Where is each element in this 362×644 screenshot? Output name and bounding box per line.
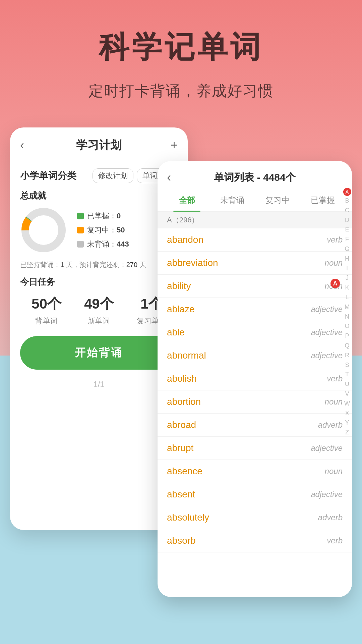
- alpha-d[interactable]: D: [343, 215, 351, 225]
- alpha-f[interactable]: F: [343, 234, 351, 244]
- start-recite-btn[interactable]: 开始背诵: [20, 336, 178, 370]
- alpha-j[interactable]: J: [344, 273, 351, 283]
- task-label-new: 新单词: [88, 316, 110, 326]
- cards-container: ‹ 学习计划 + 小学单词分类 修改计划 单词列表 总成就: [0, 127, 362, 597]
- word-abortion: abortion: [167, 396, 201, 407]
- type-ablaze: adjective: [311, 305, 343, 314]
- alpha-p[interactable]: P: [343, 331, 351, 341]
- alpha-b[interactable]: B: [343, 196, 351, 206]
- type-abolish: verb: [327, 374, 343, 383]
- alpha-o[interactable]: O: [343, 321, 351, 331]
- alpha-h[interactable]: H: [343, 254, 351, 264]
- alpha-badge-a: A: [330, 279, 340, 288]
- left-card-header: ‹ 学习计划 +: [10, 127, 188, 160]
- word-row-abandon[interactable]: abandon verb: [158, 228, 352, 252]
- word-row-abolish[interactable]: abolish verb: [158, 367, 352, 390]
- task-num-total: 50个: [32, 294, 61, 313]
- word-row-ability[interactable]: ability noun A: [158, 275, 352, 298]
- alpha-x[interactable]: X: [343, 409, 351, 418]
- word-absent: absent: [167, 489, 195, 500]
- type-abnormal: adjective: [311, 351, 343, 360]
- svg-point-3: [33, 219, 54, 241]
- section-a-label: A（296）: [158, 212, 352, 228]
- alpha-t[interactable]: T: [343, 370, 351, 379]
- type-absent: adjective: [311, 490, 343, 499]
- word-abbreviation: abbreviation: [167, 258, 218, 268]
- alpha-s[interactable]: S: [343, 360, 351, 370]
- tabs-row: 全部 未背诵 复习中 已掌握: [158, 190, 352, 212]
- word-row-absent[interactable]: absent adjective: [158, 483, 352, 506]
- task-num-new: 49个: [84, 294, 114, 313]
- subtitle: 定时打卡背诵，养成好习惯: [88, 81, 274, 101]
- word-row-absolutely[interactable]: absolutely adverb: [158, 506, 352, 529]
- alpha-i[interactable]: I: [344, 264, 350, 273]
- alpha-w[interactable]: W: [342, 399, 352, 409]
- type-absolutely: adverb: [318, 513, 343, 522]
- task-stat-new: 49个 新单词: [84, 294, 114, 326]
- legend-label-reviewing: 复习中：50: [87, 225, 125, 235]
- alpha-m[interactable]: M: [343, 302, 352, 312]
- right-card-header: ‹ 单词列表 - 4484个: [158, 161, 352, 184]
- alpha-l[interactable]: L: [343, 292, 351, 302]
- alpha-g[interactable]: G: [343, 244, 351, 254]
- back-icon[interactable]: ‹: [20, 138, 34, 152]
- dot-orange: [77, 227, 84, 233]
- alpha-index: A B C D E F G H I J K L M N O P Q R S T …: [342, 188, 352, 437]
- type-abrupt: adjective: [311, 443, 343, 453]
- alpha-r[interactable]: R: [343, 351, 351, 360]
- word-row-abroad[interactable]: abroad adverb: [158, 414, 352, 437]
- right-back-icon[interactable]: ‹: [167, 170, 180, 184]
- dot-green: [77, 213, 84, 219]
- tab-reviewing[interactable]: 复习中: [255, 190, 300, 211]
- alpha-n[interactable]: N: [343, 312, 351, 322]
- section-title: 小学单词分类: [20, 169, 76, 182]
- achieve-label: 总成就: [20, 190, 178, 202]
- alpha-y[interactable]: Y: [343, 418, 351, 428]
- tab-mastered[interactable]: 已掌握: [300, 190, 345, 211]
- word-row-ablaze[interactable]: ablaze adjective: [158, 298, 352, 321]
- word-abrupt: abrupt: [167, 443, 193, 453]
- tab-unlearned[interactable]: 未背诵: [209, 190, 255, 211]
- donut-chart: [20, 207, 67, 254]
- donut-section: 已掌握：0 复习中：50 未背诵：443: [20, 207, 178, 254]
- type-abroad: adverb: [318, 420, 343, 430]
- alpha-e[interactable]: E: [343, 225, 351, 234]
- alpha-a[interactable]: A: [343, 188, 351, 196]
- alpha-z[interactable]: Z: [343, 428, 351, 437]
- word-absence: absence: [167, 466, 202, 477]
- main-title: 科学记单词: [99, 27, 263, 68]
- word-row-abrupt[interactable]: abrupt adjective: [158, 437, 352, 460]
- today-task-title: 今日任务: [20, 276, 178, 288]
- alpha-k[interactable]: K: [343, 283, 351, 292]
- modify-plan-btn[interactable]: 修改计划: [93, 168, 133, 183]
- type-absence: noun: [325, 467, 343, 476]
- word-list: abandon verb abbreviation noun ability n…: [158, 228, 352, 552]
- type-able: adjective: [311, 328, 343, 337]
- word-row-abnormal[interactable]: abnormal adjective: [158, 344, 352, 367]
- legend-item-reviewing: 复习中：50: [77, 225, 129, 235]
- word-row-abbreviation[interactable]: abbreviation noun: [158, 252, 352, 275]
- alpha-v[interactable]: V: [343, 389, 351, 399]
- section-header: 小学单词分类 修改计划 单词列表: [20, 168, 178, 183]
- word-row-absence[interactable]: absence noun: [158, 460, 352, 483]
- word-abnormal: abnormal: [167, 350, 206, 361]
- alpha-u[interactable]: U: [343, 379, 351, 389]
- tab-all[interactable]: 全部: [164, 190, 209, 211]
- alpha-c[interactable]: C: [343, 206, 351, 215]
- right-card-title: 单词列表 - 4484个: [180, 171, 329, 184]
- streak-text: 已坚持背诵：1 天，预计背完还剩：270 天: [20, 260, 178, 269]
- alpha-q[interactable]: Q: [343, 341, 351, 351]
- word-row-absorb[interactable]: absorb verb: [158, 529, 352, 552]
- legend-label-unlearned: 未背诵：443: [87, 239, 129, 249]
- plus-icon[interactable]: +: [164, 138, 178, 152]
- left-card-title: 学习计划: [34, 138, 164, 153]
- legend: 已掌握：0 复习中：50 未背诵：443: [77, 211, 129, 249]
- word-row-able[interactable]: able adjective: [158, 321, 352, 344]
- type-abandon: verb: [327, 235, 343, 245]
- page-num: 1/1: [20, 380, 178, 389]
- word-absorb: absorb: [167, 535, 196, 546]
- word-abolish: abolish: [167, 373, 197, 384]
- dot-gray: [77, 241, 84, 248]
- word-row-abortion[interactable]: abortion noun: [158, 390, 352, 414]
- word-absolutely: absolutely: [167, 512, 209, 523]
